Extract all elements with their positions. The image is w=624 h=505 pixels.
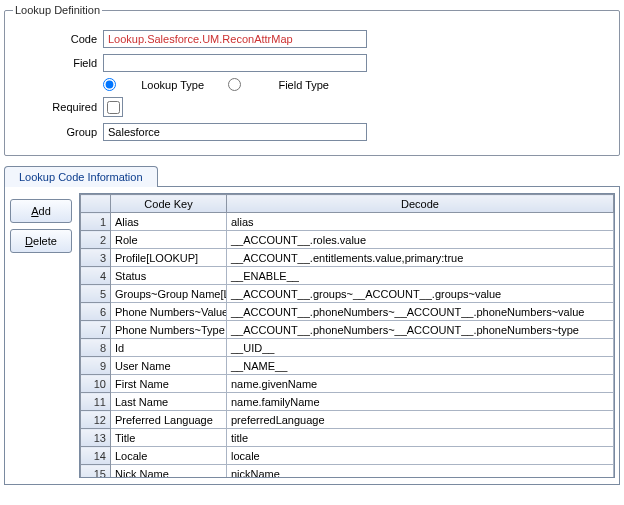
button-column: Add Delete — [9, 193, 73, 478]
table-row[interactable]: 4Status__ENABLE__ — [81, 267, 614, 285]
cell-code-key[interactable]: Title — [111, 429, 227, 447]
cell-code-key[interactable]: Nick Name — [111, 465, 227, 478]
group-row: Group — [13, 123, 611, 141]
group-label: Group — [13, 126, 97, 138]
table-row[interactable]: 5Groups~Group Name[LOOKUP]__ACCOUNT__.gr… — [81, 285, 614, 303]
group-input[interactable] — [103, 123, 367, 141]
cell-decode[interactable]: alias — [227, 213, 614, 231]
required-checkbox-frame[interactable] — [103, 97, 123, 117]
code-row: Code — [13, 30, 611, 48]
lookup-type-label: Lookup Type — [120, 79, 204, 91]
row-number[interactable]: 13 — [81, 429, 111, 447]
table-row[interactable]: 6Phone Numbers~Value__ACCOUNT__.phoneNum… — [81, 303, 614, 321]
col-code-key[interactable]: Code Key — [111, 195, 227, 213]
table-row[interactable]: 10First Namename.givenName — [81, 375, 614, 393]
row-number[interactable]: 7 — [81, 321, 111, 339]
row-number[interactable]: 1 — [81, 213, 111, 231]
cell-code-key[interactable]: Profile[LOOKUP] — [111, 249, 227, 267]
row-number[interactable]: 14 — [81, 447, 111, 465]
required-checkbox[interactable] — [107, 101, 120, 114]
lookup-definition-legend: Lookup Definition — [13, 4, 102, 16]
lookup-code-tabs: Lookup Code Information Add Delete Code … — [4, 162, 620, 485]
row-number[interactable]: 15 — [81, 465, 111, 478]
field-input[interactable] — [103, 54, 367, 72]
row-number[interactable]: 4 — [81, 267, 111, 285]
cell-decode[interactable]: __UID__ — [227, 339, 614, 357]
row-number[interactable]: 2 — [81, 231, 111, 249]
row-number[interactable]: 6 — [81, 303, 111, 321]
cell-code-key[interactable]: Status — [111, 267, 227, 285]
cell-code-key[interactable]: Role — [111, 231, 227, 249]
required-label: Required — [13, 101, 97, 113]
table-row[interactable]: 13Titletitle — [81, 429, 614, 447]
type-radio-row: Lookup Type Field Type — [103, 78, 611, 91]
cell-decode[interactable]: title — [227, 429, 614, 447]
delete-button[interactable]: Delete — [10, 229, 72, 253]
table-row[interactable]: 9User Name__NAME__ — [81, 357, 614, 375]
row-number[interactable]: 10 — [81, 375, 111, 393]
cell-decode[interactable]: __ACCOUNT__.entitlements.value,primary:t… — [227, 249, 614, 267]
field-type-option[interactable]: Field Type — [228, 78, 335, 91]
table-row[interactable]: 8Id__UID__ — [81, 339, 614, 357]
col-rownum[interactable] — [81, 195, 111, 213]
tab-content: Add Delete Code Key Decode 1Aliasalias2R… — [4, 187, 620, 485]
row-number[interactable]: 3 — [81, 249, 111, 267]
table-row[interactable]: 14Localelocale — [81, 447, 614, 465]
field-type-label: Field Type — [245, 79, 329, 91]
cell-decode[interactable]: __ACCOUNT__.phoneNumbers~__ACCOUNT__.pho… — [227, 303, 614, 321]
cell-code-key[interactable]: Phone Numbers~Type — [111, 321, 227, 339]
field-type-radio[interactable] — [228, 78, 241, 91]
required-row: Required — [13, 97, 611, 117]
row-number[interactable]: 12 — [81, 411, 111, 429]
cell-decode[interactable]: __NAME__ — [227, 357, 614, 375]
grid-header-row: Code Key Decode — [81, 195, 614, 213]
table-row[interactable]: 12Preferred LanguagepreferredLanguage — [81, 411, 614, 429]
cell-decode[interactable]: __ACCOUNT__.groups~__ACCOUNT__.groups~va… — [227, 285, 614, 303]
lookup-definition-group: Lookup Definition Code Field Lookup Type… — [4, 4, 620, 156]
cell-code-key[interactable]: Alias — [111, 213, 227, 231]
cell-decode[interactable]: __ENABLE__ — [227, 267, 614, 285]
cell-code-key[interactable]: Preferred Language — [111, 411, 227, 429]
table-row[interactable]: 15Nick NamenickName — [81, 465, 614, 478]
grid-table: Code Key Decode 1Aliasalias2Role__ACCOUN… — [80, 194, 614, 477]
cell-decode[interactable]: name.givenName — [227, 375, 614, 393]
cell-decode[interactable]: preferredLanguage — [227, 411, 614, 429]
cell-code-key[interactable]: First Name — [111, 375, 227, 393]
cell-decode[interactable]: __ACCOUNT__.roles.value — [227, 231, 614, 249]
cell-decode[interactable]: __ACCOUNT__.phoneNumbers~__ACCOUNT__.pho… — [227, 321, 614, 339]
lookup-code-grid[interactable]: Code Key Decode 1Aliasalias2Role__ACCOUN… — [79, 193, 615, 478]
cell-code-key[interactable]: Phone Numbers~Value — [111, 303, 227, 321]
tab-lookup-code-information[interactable]: Lookup Code Information — [4, 166, 158, 187]
row-number[interactable]: 9 — [81, 357, 111, 375]
row-number[interactable]: 8 — [81, 339, 111, 357]
cell-decode[interactable]: name.familyName — [227, 393, 614, 411]
cell-code-key[interactable]: Id — [111, 339, 227, 357]
table-row[interactable]: 2Role__ACCOUNT__.roles.value — [81, 231, 614, 249]
field-row: Field — [13, 54, 611, 72]
lookup-type-radio[interactable] — [103, 78, 116, 91]
grid-scroll[interactable]: Code Key Decode 1Aliasalias2Role__ACCOUN… — [80, 194, 614, 477]
add-button[interactable]: Add — [10, 199, 72, 223]
cell-code-key[interactable]: Locale — [111, 447, 227, 465]
cell-decode[interactable]: locale — [227, 447, 614, 465]
field-label: Field — [13, 57, 97, 69]
cell-code-key[interactable]: Groups~Group Name[LOOKUP] — [111, 285, 227, 303]
row-number[interactable]: 5 — [81, 285, 111, 303]
table-row[interactable]: 1Aliasalias — [81, 213, 614, 231]
table-row[interactable]: 7Phone Numbers~Type__ACCOUNT__.phoneNumb… — [81, 321, 614, 339]
cell-code-key[interactable]: Last Name — [111, 393, 227, 411]
code-input[interactable] — [103, 30, 367, 48]
lookup-type-option[interactable]: Lookup Type — [103, 78, 210, 91]
cell-code-key[interactable]: User Name — [111, 357, 227, 375]
cell-decode[interactable]: nickName — [227, 465, 614, 478]
col-decode[interactable]: Decode — [227, 195, 614, 213]
row-number[interactable]: 11 — [81, 393, 111, 411]
table-row[interactable]: 3Profile[LOOKUP]__ACCOUNT__.entitlements… — [81, 249, 614, 267]
tab-strip: Lookup Code Information — [4, 162, 620, 187]
table-row[interactable]: 11Last Namename.familyName — [81, 393, 614, 411]
code-label: Code — [13, 33, 97, 45]
